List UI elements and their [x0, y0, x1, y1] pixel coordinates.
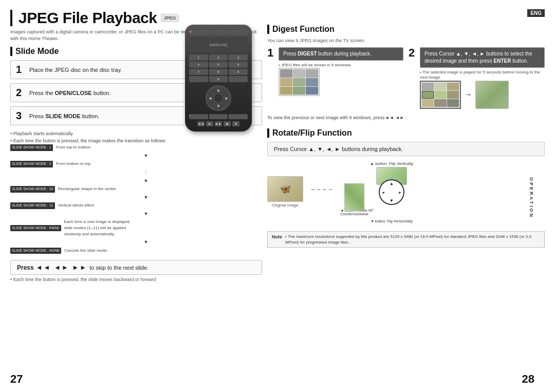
- grid-cell-6: [306, 78, 318, 86]
- remote-nav-up: ▲: [216, 88, 220, 92]
- step-2-text: Press the OPEN/CLOSE button.: [29, 90, 110, 96]
- note-box: Note • The maximum resolutions supported…: [267, 231, 545, 248]
- digest-step-2-images: →: [420, 81, 545, 109]
- rotate-dial: ▲ ▼ ◄ ►: [379, 179, 404, 205]
- rotate-section-title: Rotate/Flip Function: [272, 128, 352, 138]
- grid2-cell-4: [422, 91, 434, 99]
- to-skip-text: to skip to the next slide.: [89, 265, 149, 271]
- grid2-cell-9: [447, 99, 459, 107]
- ellipsis-dots: ⋮: [30, 169, 262, 176]
- digest-step-2-note: • The selected image is played for 5 sec…: [420, 70, 545, 81]
- grid2-cell-6: [447, 91, 459, 99]
- digest-button-label: DIGEST: [298, 51, 317, 57]
- slide-mode-row-1: SLIDE SHOW MODE : 1 From top to bottom: [10, 144, 262, 151]
- remote-top-buttons: ⏻: [189, 30, 248, 35]
- remote-btn-tv: [229, 30, 248, 35]
- slide-mode-title: Slide Mode: [15, 47, 59, 56]
- digest-section-title: Digest Function: [272, 25, 335, 34]
- digest-step-2-num: 2: [409, 47, 417, 59]
- remote-num-1: 1: [189, 54, 208, 61]
- remote-control: ⏻ SAMSUNG 1 2 3 4 5 6 7: [175, 25, 262, 132]
- original-image-label: Original Image: [267, 203, 303, 208]
- digest-step-2-content: Press Cursor ▲, ▼, ◄, ► buttons to selec…: [420, 47, 545, 111]
- remote-num-5: 5: [209, 62, 228, 68]
- digest-step-1-num: 1: [267, 47, 275, 59]
- digest-step-1-note: • JPEG files will be shown in 9 windows.: [279, 63, 403, 68]
- remote-media-play: ►: [206, 121, 213, 126]
- slide-mode-desc-2: From bottom to top: [56, 161, 91, 167]
- page-title: JPEG File Playback: [18, 9, 157, 27]
- remote-nav-right: ►: [225, 96, 229, 101]
- rotate-box-text: Press Cursor ▲, ▼, ◄, ► buttons during p…: [274, 146, 403, 152]
- arrow-5: ▼: [30, 239, 262, 246]
- grid-cell-3: [306, 69, 318, 78]
- remote-num-8: 8: [209, 69, 228, 75]
- original-image-area: 🦋 Original Image: [267, 176, 303, 208]
- page-title-area: JPEG File Playback JPEG: [10, 9, 262, 27]
- remote-nav-down: ▼: [216, 104, 220, 108]
- open-close-button-label: OPEN/CLOSE: [55, 90, 92, 96]
- rotate-section: Rotate/Flip Function Press Cursor ▲, ▼, …: [267, 128, 545, 248]
- slide-mode-desc-none: Cancels the slide mode.: [64, 248, 108, 254]
- remote-screen: SAMSUNG: [189, 37, 248, 52]
- dial-right: ►: [398, 190, 402, 194]
- slide-mode-row-rand: SLIDE SHOW MODE : RAND Each time a new i…: [10, 219, 262, 237]
- digest-grid-img-2: [420, 81, 461, 109]
- page-number-left: 27: [10, 372, 23, 386]
- slide-mode-desc-10: Rectangular shape in the center: [58, 186, 116, 192]
- grid2-cell-2: [434, 83, 446, 90]
- remote-num-clear: [189, 76, 208, 82]
- slide-mode-badge-1: SLIDE SHOW MODE : 1: [10, 144, 53, 151]
- slide-mode-row-none: SLIDE SHOW MODE : NONE Cancels the slide…: [10, 248, 262, 254]
- prev-next-icons: ◄◄ ◄►: [385, 115, 404, 120]
- remote-num-0: 0: [209, 76, 228, 82]
- digest-grid-img: [279, 68, 320, 96]
- dial-down: ▼: [390, 199, 394, 202]
- remote-media-prev: ◄◄: [197, 121, 205, 126]
- remote-num-3: 3: [229, 54, 248, 61]
- slide-mode-desc-11: Vertical blinds effect: [58, 202, 95, 209]
- rotate-images-row: 🦋 Original Image ▲ button: Flip Vertical…: [267, 161, 545, 223]
- dial-up: ▲: [390, 182, 394, 185]
- slide-mode-row-10: SLIDE SHOW MODE : 10 Rectangular shape i…: [10, 186, 262, 193]
- grid-cell-4: [280, 78, 292, 86]
- grid2-cell-3: [447, 83, 459, 90]
- jpeg-badge: JPEG: [161, 14, 178, 22]
- remote-body: ⏻ SAMSUNG 1 2 3 4 5 6 7: [185, 25, 252, 132]
- dotted-separator: [311, 189, 332, 190]
- remote-num-4: 4: [189, 62, 208, 68]
- arrow-1: ▼: [30, 153, 262, 160]
- eng-badge: ENG: [527, 9, 545, 17]
- slide-mode-row-2: SLIDE SHOW MODE : 2 From bottom to top: [10, 161, 262, 167]
- slide-note1: • Playback starts automatically.: [10, 130, 262, 138]
- title-bar-icon: [10, 10, 12, 26]
- remote-numpad: 1 2 3 4 5 6 7 8 9 0: [189, 54, 248, 82]
- digest-step-1-box: Press DIGEST button during playback.: [279, 47, 403, 61]
- remote-num-9: 9: [229, 69, 248, 75]
- to-view-line: To view the previous or next image with …: [267, 115, 545, 120]
- section-bar-icon: [10, 47, 12, 56]
- remote-screen-label: SAMSUNG: [209, 43, 227, 47]
- operation-label: OPERATION: [529, 177, 534, 218]
- remote-btn-menu: [209, 114, 228, 119]
- press-skip-area: Press ◄◄ ◄► ►► to skip to the next slide…: [10, 260, 262, 282]
- media-buttons: ◄◄ ◄► ►►: [36, 264, 87, 271]
- slide-mode-badge-10: SLIDE SHOW MODE : 10: [10, 186, 55, 193]
- digest-step-2: 2 Press Cursor ▲, ▼, ◄, ► buttons to sel…: [409, 47, 545, 111]
- slide-mode-badge-none: SLIDE SHOW MODE : NONE: [10, 248, 61, 254]
- step-1-text: Place the JPEG disc on the disc tray.: [29, 67, 122, 73]
- grid-cell-5: [293, 78, 305, 86]
- flip-vertical-label: ▲ button: Flip Vertically: [370, 161, 413, 166]
- digest-step-2-box: Press Cursor ▲, ▼, ◄, ► buttons to selec…: [420, 47, 545, 68]
- rotate-left-area: ◄ button: Rotate 90° Counterclockwise: [340, 187, 376, 216]
- press-label: Press: [17, 264, 34, 271]
- remote-btn-power: ⏻: [189, 30, 208, 35]
- remote-num-7: 7: [189, 69, 208, 75]
- slide-mode-desc-1: From top to bottom: [56, 144, 91, 151]
- grid2-cell-7: [422, 99, 434, 107]
- digest-section: Digest Function You can view 9 JPEG imag…: [267, 25, 545, 120]
- slide-modes-list: SLIDE SHOW MODE : 1 From top to bottom ▼…: [10, 144, 262, 254]
- rotate-box: Press Cursor ▲, ▼, ◄, ► buttons during p…: [267, 142, 545, 156]
- remote-nav-center: [214, 94, 223, 103]
- remote-btn-open: [209, 30, 228, 35]
